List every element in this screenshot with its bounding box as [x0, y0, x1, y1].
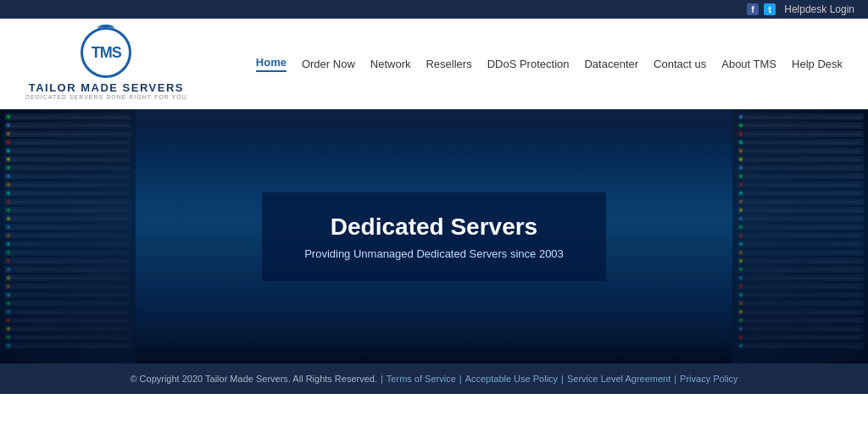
social-icons: f t	[747, 3, 776, 15]
logo-icon: TMS	[81, 27, 131, 78]
footer-sep1: |	[381, 374, 383, 384]
nav-datacenter[interactable]: Datacenter	[584, 58, 638, 70]
footer-aup[interactable]: Acceptable Use Policy	[465, 374, 558, 384]
footer-sep2: |	[459, 374, 462, 384]
footer-sla[interactable]: Service Level Agreement	[567, 374, 670, 384]
header: TMS TAILOR MADE SERVERS DEDICATED SERVER…	[0, 19, 868, 109]
footer-sep4: |	[674, 374, 676, 384]
footer-terms[interactable]: Terms of Service	[387, 374, 456, 384]
main-nav: Home Order Now Network Resellers DDoS Pr…	[256, 56, 843, 72]
hero-box: Dedicated Servers Providing Unmanaged De…	[262, 192, 606, 281]
logo-initials: TMS	[92, 44, 121, 62]
nav-order-now[interactable]: Order Now	[302, 58, 355, 70]
nav-help-desk[interactable]: Help Desk	[792, 58, 843, 70]
footer-privacy[interactable]: Privacy Policy	[680, 374, 737, 384]
logo-area: TMS TAILOR MADE SERVERS DEDICATED SERVER…	[25, 27, 187, 100]
logo-subtitle: DEDICATED SERVERS DONE RIGHT FOR YOU	[25, 94, 187, 100]
top-bar: f t Helpdesk Login	[0, 0, 868, 19]
twitter-icon[interactable]: t	[764, 3, 776, 15]
footer-copyright: © Copyright 2020 Tailor Made Servers. Al…	[130, 374, 377, 384]
nav-contact-us[interactable]: Contact us	[654, 58, 706, 70]
hero-title: Dedicated Servers	[304, 214, 564, 241]
nav-about-tms[interactable]: About TMS	[721, 58, 776, 70]
nav-resellers[interactable]: Resellers	[426, 58, 471, 70]
logo-title: TAILOR MADE SERVERS	[29, 81, 184, 94]
hero-overlay: Dedicated Servers Providing Unmanaged De…	[0, 109, 868, 363]
nav-home[interactable]: Home	[256, 56, 287, 72]
footer-sep3: |	[561, 374, 564, 384]
helpdesk-login-link[interactable]: Helpdesk Login	[784, 3, 854, 15]
hero-subtitle: Providing Unmanaged Dedicated Servers si…	[304, 247, 564, 260]
facebook-icon[interactable]: f	[747, 3, 759, 15]
nav-network[interactable]: Network	[370, 58, 411, 70]
nav-ddos-protection[interactable]: DDoS Protection	[487, 58, 570, 70]
footer: © Copyright 2020 Tailor Made Servers. Al…	[0, 363, 868, 394]
hero-section: Dedicated Servers Providing Unmanaged De…	[0, 109, 868, 363]
